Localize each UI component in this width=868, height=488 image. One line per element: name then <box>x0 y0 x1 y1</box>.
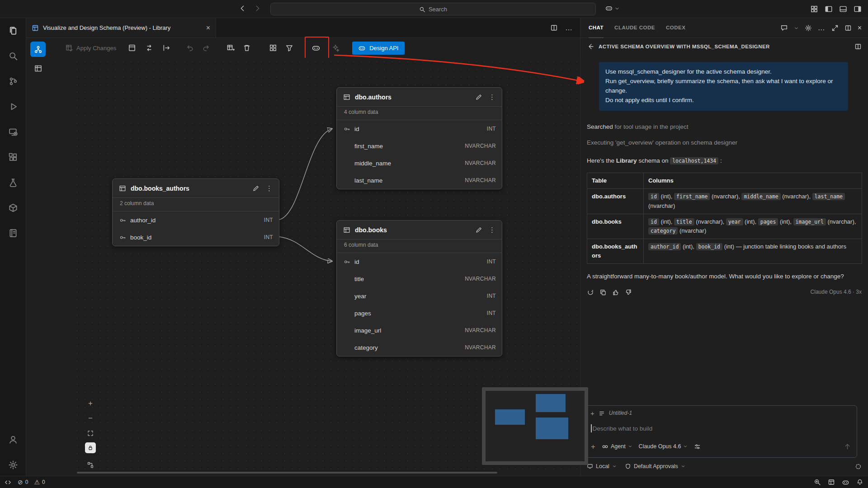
add-context-icon[interactable]: + <box>590 410 594 417</box>
remote-explorer-icon[interactable] <box>8 127 19 137</box>
open-session-in-editor-icon[interactable] <box>854 43 862 51</box>
delete-table-icon[interactable] <box>243 44 251 52</box>
accounts-icon[interactable] <box>8 434 19 445</box>
attach-icon[interactable]: + <box>591 443 595 450</box>
send-icon[interactable] <box>844 442 851 450</box>
source-control-icon[interactable] <box>8 76 19 87</box>
toggle-panel-icon[interactable] <box>839 5 847 13</box>
fit-view-icon[interactable] <box>85 427 96 439</box>
explorer-icon[interactable] <box>8 25 19 36</box>
horizontal-scrollbar[interactable] <box>77 472 497 474</box>
table-node-authors[interactable]: dbo.authors ⋮ 4 column data idINTfirst_n… <box>336 87 502 189</box>
thumbs-up-icon[interactable] <box>612 288 619 296</box>
toggle-sidebar-left-icon[interactable] <box>825 5 833 13</box>
editor-more-actions-icon[interactable]: … <box>565 24 573 32</box>
table-menu-icon[interactable]: ⋮ <box>266 185 273 192</box>
retry-icon[interactable] <box>587 288 594 296</box>
session-sync-icon[interactable] <box>855 463 862 470</box>
edit-table-icon[interactable] <box>475 226 482 234</box>
column-row[interactable]: titleNVARCHAR <box>337 270 502 287</box>
tool-step-searched[interactable]: Searched for tool usage in the project <box>587 123 862 130</box>
column-row[interactable]: idINT <box>337 120 502 137</box>
thumbs-down-icon[interactable] <box>625 288 632 296</box>
compare-changes-icon[interactable] <box>145 44 153 52</box>
tab-claude-code[interactable]: CLAUDE CODE <box>614 18 655 38</box>
column-row[interactable]: book_idINT <box>113 229 279 246</box>
zoom-status-icon[interactable] <box>814 479 821 486</box>
prompt-row[interactable]: Describe what to build <box>585 420 857 436</box>
auto-arrange-icon[interactable] <box>269 44 277 52</box>
chevron-down-icon[interactable] <box>794 24 799 31</box>
model-select[interactable]: Claude Opus 4.6 <box>639 443 688 450</box>
close-panel-icon[interactable]: × <box>858 24 862 32</box>
settings-gear-icon[interactable] <box>8 460 19 470</box>
agent-mode-select[interactable]: Agent <box>602 443 632 450</box>
environment-select[interactable]: Local <box>587 463 617 469</box>
approvals-select[interactable]: Default Approvals <box>625 463 685 469</box>
zoom-out-icon[interactable]: − <box>85 413 96 424</box>
database-projects-icon[interactable] <box>8 202 19 213</box>
new-chat-icon[interactable] <box>780 24 788 32</box>
copilot-status-icon[interactable] <box>842 478 849 486</box>
remote-window-icon[interactable] <box>5 479 11 486</box>
tab-schema-designer[interactable]: Visualize and Design Schema (Preview) - … <box>26 18 216 38</box>
export-diagram-icon[interactable] <box>162 44 170 52</box>
copilot-menu[interactable] <box>605 4 620 12</box>
column-row[interactable]: last_nameNVARCHAR <box>337 172 502 189</box>
layout-status-icon[interactable] <box>828 479 835 486</box>
split-chat-icon[interactable] <box>844 24 852 32</box>
column-row[interactable]: middle_nameNVARCHAR <box>337 155 502 172</box>
tab-codex[interactable]: CODEX <box>666 18 685 38</box>
diagram-view-button[interactable] <box>30 42 46 57</box>
column-row[interactable]: idINT <box>337 253 502 270</box>
undo-icon[interactable] <box>186 44 194 52</box>
split-editor-icon[interactable] <box>550 24 558 32</box>
edit-table-icon[interactable] <box>475 93 482 101</box>
testing-icon[interactable] <box>8 177 19 188</box>
toggle-sidebar-right-icon[interactable] <box>854 5 862 13</box>
sparkle-icon[interactable] <box>331 44 340 52</box>
run-debug-icon[interactable] <box>8 101 19 112</box>
problems-indicator[interactable]: ⊘ 0 ⚠ 0 <box>18 479 45 485</box>
schema-designer-view-icon[interactable] <box>8 228 19 239</box>
redo-icon[interactable] <box>202 44 210 52</box>
search-sidebar-icon[interactable] <box>8 51 19 61</box>
back-icon[interactable] <box>239 5 246 12</box>
customize-layout-icon[interactable] <box>810 5 818 13</box>
extensions-icon[interactable] <box>8 152 19 163</box>
column-row[interactable]: yearINT <box>337 287 502 305</box>
add-table-icon[interactable] <box>226 44 235 52</box>
lock-icon[interactable] <box>85 442 96 453</box>
command-center-search[interactable]: Search <box>270 3 596 15</box>
open-definition-icon[interactable] <box>128 44 136 52</box>
back-icon[interactable] <box>587 43 594 51</box>
table-node-books[interactable]: dbo.books ⋮ 6 column data idINTtitleNVAR… <box>336 220 502 357</box>
table-definition-view-button[interactable] <box>30 61 46 76</box>
table-menu-icon[interactable]: ⋮ <box>489 94 495 100</box>
chat-more-icon[interactable]: … <box>818 24 826 32</box>
forward-icon[interactable] <box>254 5 261 12</box>
notifications-bell-icon[interactable] <box>856 479 863 486</box>
minimap[interactable] <box>482 387 588 465</box>
tool-step-executing[interactable]: Executing 'get_overview' operation on sc… <box>587 139 862 146</box>
copilot-toolbar-icon[interactable] <box>311 43 321 52</box>
tab-close-icon[interactable]: × <box>206 24 210 32</box>
column-row[interactable]: image_urlNVARCHAR <box>337 322 502 339</box>
apply-changes-button[interactable]: Apply Changes <box>65 44 116 52</box>
table-node-books-authors[interactable]: dbo.books_authors ⋮ 2 column data author… <box>112 178 279 246</box>
chat-settings-gear-icon[interactable] <box>805 24 812 32</box>
model-settings-sliders-icon[interactable] <box>694 443 701 450</box>
maximize-panel-icon[interactable] <box>831 24 839 32</box>
user-message[interactable]: Use mssql_schema_designer for the active… <box>599 62 848 111</box>
column-row[interactable]: author_idINT <box>113 211 279 229</box>
column-row[interactable]: pagesINT <box>337 305 502 322</box>
table-menu-icon[interactable]: ⋮ <box>489 226 495 233</box>
edit-table-icon[interactable] <box>252 184 259 192</box>
chat-input-box[interactable]: + Untitled-1 Describe what to build + Ag… <box>585 405 857 458</box>
auto-layout-icon[interactable] <box>85 459 96 471</box>
column-row[interactable]: categoryNVARCHAR <box>337 339 502 356</box>
tab-chat[interactable]: CHAT <box>589 18 604 38</box>
filter-icon[interactable] <box>285 44 293 52</box>
zoom-in-icon[interactable]: + <box>85 398 96 409</box>
copy-icon[interactable] <box>599 288 607 296</box>
